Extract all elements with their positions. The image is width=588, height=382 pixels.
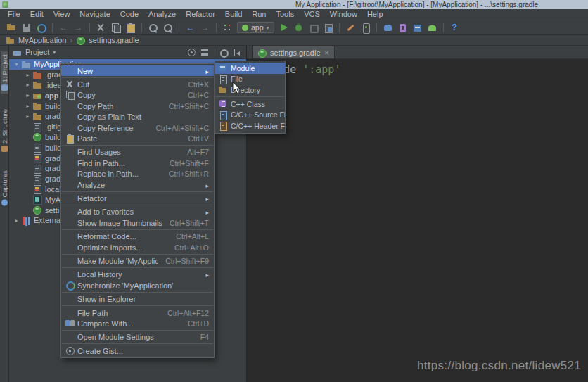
code-editor[interactable]: include ':app': [247, 59, 588, 76]
menu-separator: [62, 267, 213, 268]
device-explorer-icon[interactable]: [397, 22, 409, 33]
attach-debugger-icon[interactable]: [322, 22, 334, 33]
collapse-arrow-icon[interactable]: [23, 92, 32, 98]
tool-button-project[interactable]: 1: Project: [1, 51, 8, 94]
menu-navigate[interactable]: Navigate: [75, 9, 114, 20]
menu-file[interactable]: File: [4, 9, 25, 20]
menu-item-create-gist[interactable]: Create Gist...: [61, 345, 214, 356]
forward-icon[interactable]: →: [199, 22, 211, 33]
menu-item-reformat-code[interactable]: Reformat Code... Ctrl+Alt+L: [61, 231, 214, 241]
menu-item-copy-as-plain-text[interactable]: Copy as Plain Text: [61, 112, 214, 122]
menu-window[interactable]: Window: [326, 9, 362, 20]
submenu-item-cpp-header-file[interactable]: C/C++ Header File: [215, 120, 285, 132]
menu-tools[interactable]: Tools: [271, 9, 298, 20]
close-icon[interactable]: [324, 49, 329, 57]
submenu-item-module[interactable]: Module: [215, 63, 285, 74]
build-icon[interactable]: [411, 22, 423, 33]
main-toolbar: ← → ← → app ▾ ?: [0, 20, 588, 35]
cut-icon[interactable]: [95, 22, 107, 33]
menu-item-analyze[interactable]: Analyze: [61, 179, 214, 190]
menu-analyze[interactable]: Analyze: [144, 9, 180, 20]
help-icon[interactable]: ?: [449, 22, 461, 33]
blank-icon: [64, 147, 76, 157]
expand-arrow-icon[interactable]: [12, 61, 21, 68]
back-icon[interactable]: ←: [184, 22, 196, 33]
chevron-down-icon[interactable]: ▾: [53, 49, 56, 56]
menu-item-show-image-thumbnails[interactable]: Show Image Thumbnails Ctrl+Shift+T: [61, 217, 214, 228]
gradle-file-icon: [32, 132, 42, 141]
submenu-item-directory[interactable]: Directory: [215, 84, 285, 96]
blank-icon: [64, 308, 76, 318]
menu-item-paste[interactable]: Paste Ctrl+V: [61, 133, 214, 144]
sync-icon[interactable]: [35, 22, 47, 33]
tree-label: app: [45, 91, 59, 100]
gradle-sync-icon[interactable]: [382, 22, 394, 33]
coverage-icon[interactable]: [307, 22, 319, 33]
menu-vcs[interactable]: VCS: [300, 9, 324, 20]
menu-item-copy[interactable]: Copy Ctrl+C: [61, 90, 214, 101]
menu-view[interactable]: View: [49, 9, 75, 20]
collapse-arrow-icon[interactable]: [23, 113, 32, 120]
menu-help[interactable]: Help: [363, 9, 388, 20]
menu-item-find-usages[interactable]: Find Usages Alt+F7: [61, 147, 214, 158]
menu-item-file-path[interactable]: File Path Ctrl+Alt+F12: [61, 307, 214, 318]
menu-item-make-module[interactable]: Make Module 'MyApplication' Ctrl+Shift+F…: [61, 255, 214, 266]
breadcrumb-project[interactable]: MyApplication: [6, 36, 66, 44]
menu-item-open-module-settings[interactable]: Open Module Settings F4: [61, 332, 214, 343]
collapse-arrow-icon[interactable]: [23, 72, 32, 78]
menu-item-refactor[interactable]: Refactor: [61, 193, 214, 203]
submenu-item-cpp-class[interactable]: C++ Class: [215, 98, 285, 110]
undo-icon[interactable]: ←: [58, 22, 70, 33]
menu-item-add-to-favorites[interactable]: Add to Favorites: [61, 207, 214, 217]
editor-area: settings.gradle include ':app' https://b…: [247, 46, 588, 382]
run-icon[interactable]: [278, 22, 290, 33]
sync-icon: [64, 281, 76, 291]
submenu-item-file[interactable]: File: [215, 74, 285, 85]
redo-icon[interactable]: →: [72, 22, 84, 33]
paste-icon[interactable]: [124, 22, 136, 33]
search-everywhere-icon[interactable]: [162, 22, 174, 33]
menu-item-compare-with[interactable]: Compare With... Ctrl+D: [61, 318, 214, 329]
menu-item-synchronize[interactable]: Synchronize 'MyApplication': [61, 280, 214, 291]
collapse-arrow-icon[interactable]: [12, 217, 21, 224]
tool-button-captures[interactable]: Captures: [1, 167, 8, 209]
open-icon[interactable]: [6, 22, 18, 33]
tool-button-structure[interactable]: 2: Structure: [1, 106, 8, 155]
menu-item-copy-reference[interactable]: Copy Reference Ctrl+Alt+Shift+C: [61, 122, 214, 133]
find-icon[interactable]: [147, 22, 159, 33]
toolbar-separator: [216, 23, 217, 32]
menu-build[interactable]: Build: [221, 9, 246, 20]
tab-settings-gradle[interactable]: settings.gradle: [252, 46, 335, 58]
menu-item-find-in-path[interactable]: Find in Path... Ctrl+Shift+F: [61, 158, 214, 168]
menu-item-replace-in-path[interactable]: Replace in Path... Ctrl+Shift+R: [61, 169, 214, 179]
menu-item-local-history[interactable]: Local History: [61, 269, 214, 280]
app-selector[interactable]: app ▾: [237, 22, 274, 33]
submenu-item-cpp-source-file[interactable]: C/C++ Source File: [215, 109, 285, 120]
collapse-arrow-icon[interactable]: [23, 103, 32, 109]
menu-item-show-in-explorer[interactable]: Show in Explorer: [61, 293, 214, 304]
breadcrumb-file[interactable]: settings.gradle: [76, 36, 139, 44]
menu-code[interactable]: Code: [116, 9, 143, 20]
menu-refactor[interactable]: Refactor: [181, 9, 219, 20]
run-config-icon[interactable]: [222, 22, 234, 33]
blank-icon: [64, 112, 76, 122]
menu-item-copy-path[interactable]: Copy Path Ctrl+Shift+C: [61, 101, 214, 111]
gear-icon[interactable]: [219, 48, 229, 57]
menu-edit[interactable]: Edit: [26, 9, 48, 20]
blank-icon: [64, 66, 76, 76]
save-icon[interactable]: [20, 22, 32, 33]
avd-manager-icon[interactable]: [359, 22, 371, 33]
sdk-manager-icon[interactable]: [345, 22, 357, 33]
menu-item-cut[interactable]: Cut Ctrl+X: [61, 79, 214, 89]
project-panel-title[interactable]: Project: [25, 48, 49, 56]
android-icon[interactable]: [426, 22, 438, 33]
menu-item-optimize-imports[interactable]: Optimize Imports... Ctrl+Alt+O: [61, 242, 214, 253]
collapse-all-icon[interactable]: [200, 48, 210, 57]
debug-icon[interactable]: [293, 22, 305, 33]
hide-panel-icon[interactable]: [232, 48, 242, 57]
locate-file-icon[interactable]: [186, 48, 196, 57]
menu-item-new[interactable]: New: [61, 65, 214, 76]
collapse-arrow-icon[interactable]: [23, 82, 32, 88]
menu-run[interactable]: Run: [248, 9, 270, 20]
copy-icon[interactable]: [110, 22, 122, 33]
